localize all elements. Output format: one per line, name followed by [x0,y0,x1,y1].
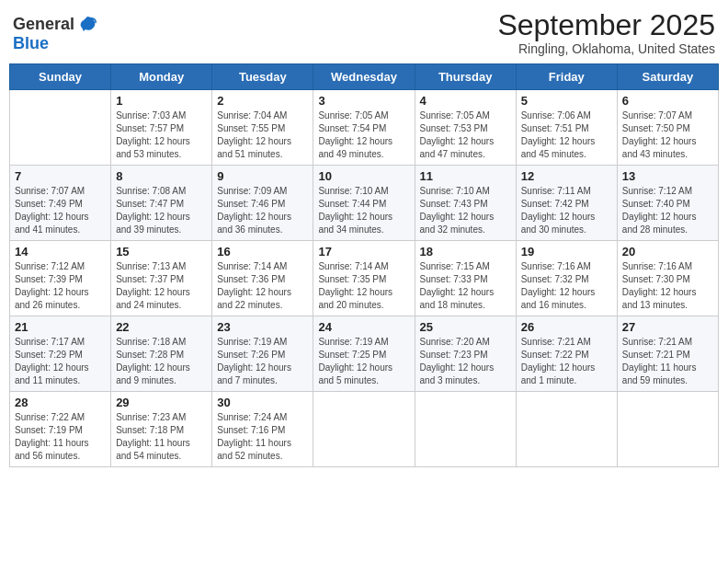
day-info: Sunrise: 7:08 AM Sunset: 7:47 PM Dayligh… [116,185,207,236]
calendar-cell: 7Sunrise: 7:07 AM Sunset: 7:49 PM Daylig… [10,166,111,241]
calendar-cell: 2Sunrise: 7:04 AM Sunset: 7:55 PM Daylig… [212,90,313,166]
calendar-cell: 17Sunrise: 7:14 AM Sunset: 7:35 PM Dayli… [313,241,415,316]
day-info: Sunrise: 7:19 AM Sunset: 7:26 PM Dayligh… [217,336,308,387]
calendar-cell: 22Sunrise: 7:18 AM Sunset: 7:28 PM Dayli… [111,316,212,392]
day-info: Sunrise: 7:10 AM Sunset: 7:43 PM Dayligh… [420,185,511,236]
day-number: 10 [318,169,409,183]
calendar-cell: 20Sunrise: 7:16 AM Sunset: 7:30 PM Dayli… [617,241,718,316]
calendar-cell [415,392,516,467]
day-number: 6 [622,94,713,108]
day-info: Sunrise: 7:14 AM Sunset: 7:36 PM Dayligh… [217,260,308,312]
day-number: 15 [116,245,207,259]
calendar-cell [617,392,718,467]
day-number: 22 [116,320,207,334]
day-info: Sunrise: 7:03 AM Sunset: 7:57 PM Dayligh… [116,109,207,161]
day-info: Sunrise: 7:19 AM Sunset: 7:25 PM Dayligh… [318,336,409,387]
day-number: 27 [622,320,713,334]
calendar-table: SundayMondayTuesdayWednesdayThursdayFrid… [9,63,719,467]
calendar-cell: 19Sunrise: 7:16 AM Sunset: 7:32 PM Dayli… [516,241,617,316]
day-number: 11 [420,169,511,183]
calendar-body: 1Sunrise: 7:03 AM Sunset: 7:57 PM Daylig… [10,90,719,467]
weekday-saturday: Saturday [617,64,718,90]
weekday-header-row: SundayMondayTuesdayWednesdayThursdayFrid… [10,64,719,90]
month-title: September 2025 [497,9,715,41]
calendar-cell: 29Sunrise: 7:23 AM Sunset: 7:18 PM Dayli… [111,392,212,467]
day-info: Sunrise: 7:10 AM Sunset: 7:44 PM Dayligh… [318,185,409,236]
calendar-cell [313,392,415,467]
calendar-cell: 4Sunrise: 7:05 AM Sunset: 7:53 PM Daylig… [415,90,516,166]
day-number: 23 [217,320,308,334]
calendar-cell: 30Sunrise: 7:24 AM Sunset: 7:16 PM Dayli… [212,392,313,467]
day-info: Sunrise: 7:05 AM Sunset: 7:53 PM Dayligh… [420,109,511,161]
logo-bird-icon [76,13,98,35]
day-info: Sunrise: 7:23 AM Sunset: 7:18 PM Dayligh… [116,411,207,463]
day-info: Sunrise: 7:06 AM Sunset: 7:51 PM Dayligh… [521,109,612,161]
calendar-cell: 13Sunrise: 7:12 AM Sunset: 7:40 PM Dayli… [617,166,718,241]
day-info: Sunrise: 7:12 AM Sunset: 7:40 PM Dayligh… [622,185,713,236]
calendar-cell: 1Sunrise: 7:03 AM Sunset: 7:57 PM Daylig… [111,90,212,166]
calendar-cell: 28Sunrise: 7:22 AM Sunset: 7:19 PM Dayli… [10,392,111,467]
day-number: 3 [318,94,409,108]
calendar-cell: 5Sunrise: 7:06 AM Sunset: 7:51 PM Daylig… [516,90,617,166]
calendar-cell: 8Sunrise: 7:08 AM Sunset: 7:47 PM Daylig… [111,166,212,241]
day-number: 26 [521,320,612,334]
weekday-thursday: Thursday [415,64,516,90]
day-number: 24 [318,320,409,334]
day-number: 25 [420,320,511,334]
calendar-cell: 10Sunrise: 7:10 AM Sunset: 7:44 PM Dayli… [313,166,415,241]
day-info: Sunrise: 7:21 AM Sunset: 7:21 PM Dayligh… [622,336,713,387]
day-number: 13 [622,169,713,183]
week-row-2: 7Sunrise: 7:07 AM Sunset: 7:49 PM Daylig… [10,166,719,241]
title-block: September 2025 Ringling, Oklahoma, Unite… [497,9,715,56]
calendar-cell: 21Sunrise: 7:17 AM Sunset: 7:29 PM Dayli… [10,316,111,392]
calendar-cell: 18Sunrise: 7:15 AM Sunset: 7:33 PM Dayli… [415,241,516,316]
weekday-wednesday: Wednesday [313,64,415,90]
weekday-monday: Monday [111,64,212,90]
calendar-cell: 14Sunrise: 7:12 AM Sunset: 7:39 PM Dayli… [10,241,111,316]
day-number: 1 [116,94,207,108]
day-number: 5 [521,94,612,108]
day-number: 2 [217,94,308,108]
calendar-cell: 6Sunrise: 7:07 AM Sunset: 7:50 PM Daylig… [617,90,718,166]
day-number: 30 [217,396,308,409]
calendar-cell: 26Sunrise: 7:21 AM Sunset: 7:22 PM Dayli… [516,316,617,392]
week-row-1: 1Sunrise: 7:03 AM Sunset: 7:57 PM Daylig… [10,90,719,166]
weekday-friday: Friday [516,64,617,90]
day-info: Sunrise: 7:15 AM Sunset: 7:33 PM Dayligh… [420,260,511,312]
day-number: 28 [15,396,106,409]
calendar-cell [10,90,111,166]
day-info: Sunrise: 7:24 AM Sunset: 7:16 PM Dayligh… [217,411,308,463]
day-info: Sunrise: 7:17 AM Sunset: 7:29 PM Dayligh… [15,336,106,387]
day-info: Sunrise: 7:21 AM Sunset: 7:22 PM Dayligh… [521,336,612,387]
calendar-cell: 9Sunrise: 7:09 AM Sunset: 7:46 PM Daylig… [212,166,313,241]
calendar-cell: 23Sunrise: 7:19 AM Sunset: 7:26 PM Dayli… [212,316,313,392]
day-number: 16 [217,245,308,259]
calendar-cell: 12Sunrise: 7:11 AM Sunset: 7:42 PM Dayli… [516,166,617,241]
calendar-cell: 16Sunrise: 7:14 AM Sunset: 7:36 PM Dayli… [212,241,313,316]
day-info: Sunrise: 7:04 AM Sunset: 7:55 PM Dayligh… [217,109,308,161]
day-info: Sunrise: 7:22 AM Sunset: 7:19 PM Dayligh… [15,411,106,463]
day-number: 12 [521,169,612,183]
day-number: 14 [15,245,106,259]
day-info: Sunrise: 7:12 AM Sunset: 7:39 PM Dayligh… [15,260,106,312]
day-info: Sunrise: 7:16 AM Sunset: 7:30 PM Dayligh… [622,260,713,312]
day-info: Sunrise: 7:07 AM Sunset: 7:50 PM Dayligh… [622,109,713,161]
day-info: Sunrise: 7:18 AM Sunset: 7:28 PM Dayligh… [116,336,207,387]
day-info: Sunrise: 7:07 AM Sunset: 7:49 PM Dayligh… [15,185,106,236]
day-info: Sunrise: 7:11 AM Sunset: 7:42 PM Dayligh… [521,185,612,236]
calendar-cell: 24Sunrise: 7:19 AM Sunset: 7:25 PM Dayli… [313,316,415,392]
day-info: Sunrise: 7:13 AM Sunset: 7:37 PM Dayligh… [116,260,207,312]
day-number: 9 [217,169,308,183]
weekday-sunday: Sunday [10,64,111,90]
day-info: Sunrise: 7:16 AM Sunset: 7:32 PM Dayligh… [521,260,612,312]
weekday-tuesday: Tuesday [212,64,313,90]
day-number: 19 [521,245,612,259]
calendar-cell: 11Sunrise: 7:10 AM Sunset: 7:43 PM Dayli… [415,166,516,241]
day-number: 4 [420,94,511,108]
day-number: 21 [15,320,106,334]
week-row-5: 28Sunrise: 7:22 AM Sunset: 7:19 PM Dayli… [10,392,719,467]
day-number: 7 [15,169,106,183]
calendar-cell: 27Sunrise: 7:21 AM Sunset: 7:21 PM Dayli… [617,316,718,392]
week-row-4: 21Sunrise: 7:17 AM Sunset: 7:29 PM Dayli… [10,316,719,392]
calendar-cell: 3Sunrise: 7:05 AM Sunset: 7:54 PM Daylig… [313,90,415,166]
